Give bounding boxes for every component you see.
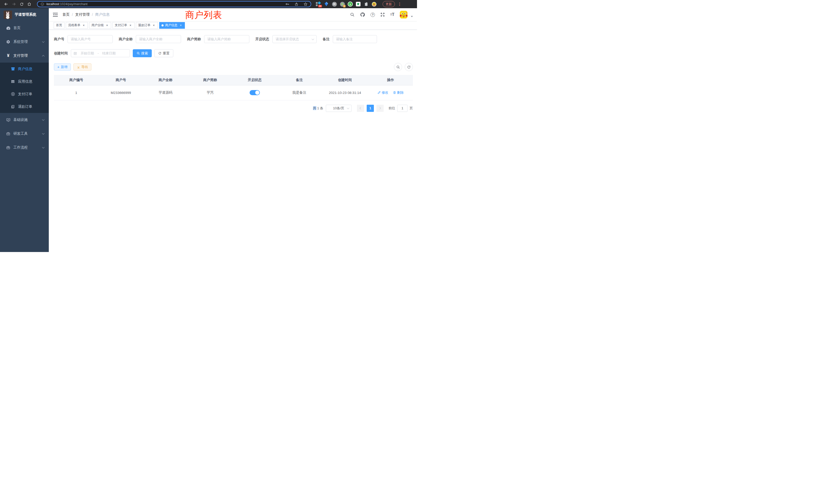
github-icon[interactable]: [360, 12, 365, 17]
password-key-icon[interactable]: [285, 2, 289, 6]
sidebar-item-label: 工作流程: [13, 145, 28, 150]
header-search-icon[interactable]: [350, 12, 355, 17]
sidebar-item-label: 应用信息: [18, 79, 32, 84]
close-icon[interactable]: ×: [82, 24, 86, 27]
sidebar: 芋道管理系统 首页 系统管理 支付管理 商户信息 应用信息: [0, 8, 49, 252]
browser-update-button[interactable]: 更新: [382, 1, 395, 7]
full-name-input[interactable]: [136, 35, 181, 43]
fullscreen-icon[interactable]: [380, 12, 385, 17]
close-icon[interactable]: ×: [105, 24, 109, 27]
extension-yudao-icon[interactable]: y: [348, 2, 353, 7]
merchant-no-input[interactable]: [68, 35, 113, 43]
page-size-select[interactable]: 10条/页: [326, 105, 352, 112]
end-date-input[interactable]: [100, 51, 118, 55]
export-button[interactable]: 导出: [73, 63, 91, 71]
extension-tiles-icon[interactable]: 10: [316, 2, 321, 7]
sidebar-item-refund-order[interactable]: 退款订单: [0, 100, 49, 113]
edit-pencil-icon: [377, 91, 381, 94]
add-button[interactable]: 新增: [54, 63, 71, 71]
sidebar-item-system[interactable]: 系统管理: [0, 35, 49, 49]
extension-kite-icon[interactable]: [324, 2, 329, 7]
breadcrumb-payment[interactable]: 支付管理: [75, 12, 90, 17]
chevron-right-icon: [378, 107, 381, 110]
browser-menu-icon[interactable]: [398, 2, 401, 6]
breadcrumb: 首页 / 支付管理 / 商户信息: [62, 12, 110, 17]
extension-badge: 10: [318, 5, 322, 7]
delete-link[interactable]: 删除: [393, 90, 404, 95]
status-select[interactable]: [272, 35, 316, 43]
share-icon[interactable]: [294, 2, 299, 6]
reset-button[interactable]: 重置: [154, 49, 173, 57]
active-dot: [161, 24, 163, 26]
bookmark-star-icon[interactable]: [304, 2, 308, 6]
filter-label-create-time: 创建时间: [54, 51, 68, 56]
avatar-caret-icon[interactable]: [411, 16, 413, 17]
sidebar-item-dev-tools[interactable]: 研发工具: [0, 127, 49, 141]
extensions-puzzle-icon[interactable]: [364, 2, 369, 7]
app-title: 芋道管理系统: [15, 12, 36, 17]
help-icon[interactable]: [371, 13, 375, 17]
chevron-down-icon: [347, 107, 349, 109]
filter-label-status: 开启状态: [256, 37, 269, 42]
yen-circle-icon: [10, 92, 16, 96]
extension-command-icon[interactable]: [332, 2, 337, 7]
start-date-input[interactable]: [78, 51, 96, 55]
browser-reload-icon[interactable]: [18, 1, 25, 8]
close-icon[interactable]: ×: [152, 24, 156, 27]
browser-home-icon[interactable]: [26, 1, 33, 8]
font-size-icon[interactable]: [390, 12, 394, 17]
sidebar-item-payment[interactable]: 支付管理: [0, 49, 49, 63]
user-avatar[interactable]: [400, 11, 408, 19]
browser-toolbar: localhost:1024/pay/merchant 10 1 y: [0, 0, 417, 8]
close-icon[interactable]: ×: [179, 24, 182, 27]
sidebar-item-home[interactable]: 首页: [0, 21, 49, 35]
browser-forward-icon[interactable]: [10, 1, 18, 8]
chevron-up-icon: [42, 55, 45, 58]
chevron-down-icon: [42, 146, 45, 148]
red-annotation-label: 商户列表: [185, 9, 222, 21]
tab-refund-order[interactable]: 退款订单×: [136, 22, 158, 29]
cell-full-name: 芋道源码: [143, 85, 188, 100]
filter-label-merchant-no: 商户号: [54, 37, 64, 42]
tab-merchant-info-active[interactable]: 商户信息×: [159, 22, 185, 29]
next-page-button[interactable]: [376, 105, 383, 112]
page-info-icon[interactable]: [41, 2, 44, 6]
sidebar-item-workflow[interactable]: 工作流程: [0, 141, 49, 155]
extension-profile-icon[interactable]: 1: [340, 2, 345, 7]
close-icon[interactable]: ×: [129, 24, 132, 27]
yen-icon: [5, 53, 11, 58]
cell-create-time: 2021-10-23 08:31:14: [322, 85, 369, 100]
sidebar-item-infrastructure[interactable]: 基础设施: [0, 113, 49, 127]
tab-pay-order[interactable]: 支付订单×: [112, 22, 135, 29]
sidebar-fold-icon[interactable]: [53, 13, 58, 17]
filter-label-remark: 备注: [323, 37, 330, 42]
payment-submenu: 商户信息 应用信息 支付订单 退款订单: [0, 63, 49, 113]
extensions-row: 10 1 y 更新: [316, 1, 401, 7]
status-toggle[interactable]: [249, 90, 260, 95]
chevron-left-icon: [360, 107, 362, 110]
col-remark: 备注: [277, 75, 322, 85]
sidebar-item-app-info[interactable]: 应用信息: [0, 75, 49, 88]
breadcrumb-home[interactable]: 首页: [62, 12, 70, 17]
prev-page-button[interactable]: [357, 105, 364, 112]
search-button[interactable]: 搜索: [133, 49, 152, 57]
sidebar-item-merchant-info[interactable]: 商户信息: [0, 63, 49, 75]
extension-emoji-avatar[interactable]: [372, 2, 377, 7]
create-time-range-picker[interactable]: -: [71, 49, 130, 57]
sidebar-logo[interactable]: 芋道管理系统: [0, 8, 49, 21]
tab-process-form[interactable]: 流程表单×: [66, 22, 88, 29]
edit-link[interactable]: 修改: [377, 90, 388, 95]
browser-back-icon[interactable]: [3, 1, 10, 8]
table-refresh-button[interactable]: [405, 63, 413, 71]
remark-input[interactable]: [333, 35, 377, 43]
goto-page-input[interactable]: [397, 105, 408, 112]
extension-chat-icon[interactable]: [356, 2, 361, 7]
store-icon: [10, 67, 16, 71]
tab-user-group[interactable]: 用户分组×: [89, 22, 111, 29]
page-number-1[interactable]: 1: [367, 105, 374, 112]
table-search-toggle-button[interactable]: [394, 63, 402, 71]
address-bar[interactable]: localhost:1024/pay/merchant: [37, 1, 311, 7]
sidebar-item-pay-order[interactable]: 支付订单: [0, 88, 49, 100]
short-name-input[interactable]: [204, 35, 249, 43]
tab-home[interactable]: 首页: [54, 22, 64, 29]
